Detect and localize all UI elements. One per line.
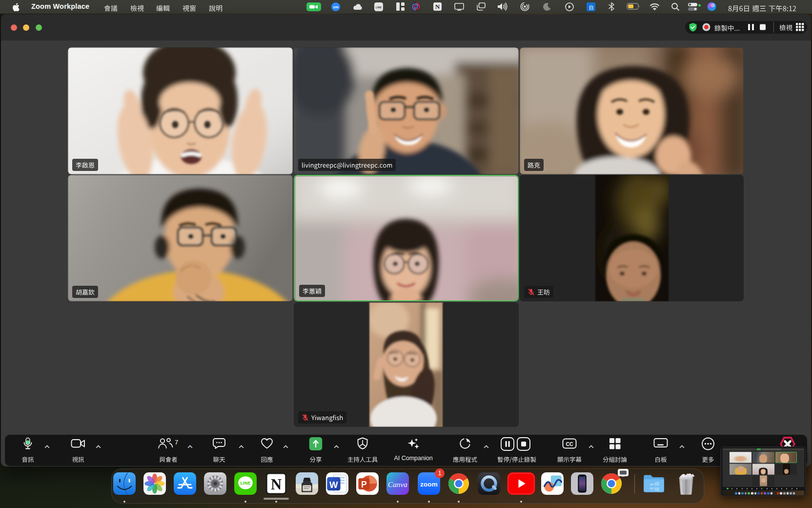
svg-text:LINE: LINE xyxy=(240,481,250,486)
svg-text:7: 7 xyxy=(175,439,178,446)
svg-text:LINE: LINE xyxy=(376,6,382,9)
svg-text:CC: CC xyxy=(566,441,573,447)
svg-text:N: N xyxy=(435,3,440,10)
svg-text:W: W xyxy=(329,480,338,490)
svg-text:zoom: zoom xyxy=(420,481,438,488)
svg-text:zm: zm xyxy=(333,5,338,9)
svg-text:P: P xyxy=(361,480,367,489)
svg-text:Canva: Canva xyxy=(388,480,407,488)
svg-text:N: N xyxy=(271,476,282,493)
